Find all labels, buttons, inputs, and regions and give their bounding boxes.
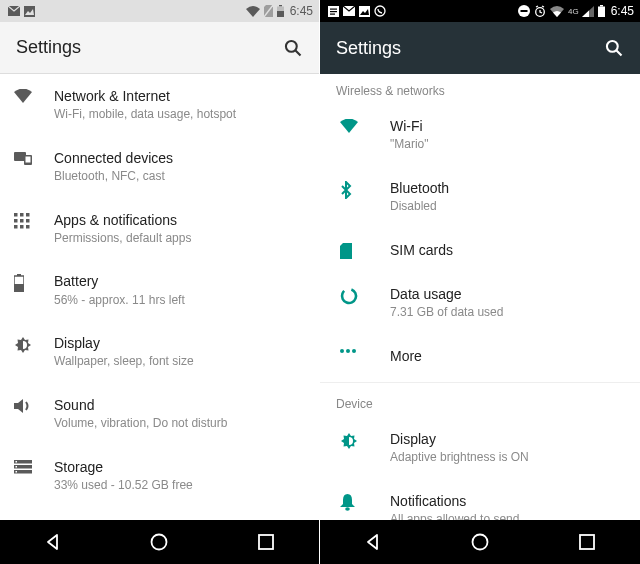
dnd-icon (518, 5, 530, 17)
data-usage-icon (334, 285, 390, 305)
svg-point-30 (152, 535, 167, 550)
svg-point-49 (352, 349, 356, 353)
appbar-title: Settings (16, 37, 283, 58)
nav-home-button[interactable] (148, 531, 170, 553)
signal-icon: 4G (568, 7, 579, 16)
svg-rect-3 (279, 5, 282, 7)
brightness-icon (334, 430, 390, 450)
row-label: Data usage (390, 285, 624, 303)
svg-point-6 (286, 40, 297, 51)
svg-rect-28 (16, 471, 18, 473)
more-icon (334, 347, 390, 353)
svg-rect-18 (20, 225, 24, 229)
devices-icon (14, 149, 54, 165)
row-battery[interactable]: Battery56% - approx. 11 hrs left (0, 259, 319, 321)
nav-recent-button[interactable] (576, 531, 598, 553)
alarm-icon (534, 5, 546, 17)
svg-point-44 (607, 41, 618, 52)
row-sim[interactable]: SIM cards (320, 228, 640, 272)
settings-list: Network & InternetWi-Fi, mobile, data us… (0, 74, 319, 520)
storage-icon (14, 458, 54, 474)
row-display[interactable]: DisplayWallpaper, sleep, font size (0, 321, 319, 383)
section-device: Device (320, 387, 640, 417)
signal-bars-icon (582, 6, 594, 17)
row-sub: Disabled (390, 199, 624, 215)
svg-rect-15 (20, 219, 24, 223)
nav-recent-button[interactable] (255, 531, 277, 553)
row-more[interactable]: More (320, 334, 640, 378)
row-label: Apps & notifications (54, 211, 303, 229)
row-label: Display (54, 334, 303, 352)
svg-rect-26 (16, 461, 18, 463)
right-phone: 4G 6:45 Settings Wireless & networks Wi-… (320, 0, 640, 564)
bluetooth-icon (334, 179, 390, 199)
row-security[interactable]: Security & screen lockLocation, fingerpr… (0, 506, 319, 520)
svg-point-51 (472, 535, 487, 550)
row-wifi[interactable]: Wi-Fi"Mario" (320, 104, 640, 166)
svg-line-7 (296, 50, 301, 55)
no-sim-icon (264, 5, 273, 17)
row-sub: 33% used - 10.52 GB free (54, 478, 303, 494)
svg-rect-12 (20, 213, 24, 217)
row-connected-devices[interactable]: Connected devicesBluetooth, NFC, cast (0, 136, 319, 198)
nav-home-button[interactable] (469, 531, 491, 553)
svg-point-48 (346, 349, 350, 353)
nav-bar (320, 520, 640, 564)
row-sub: 56% - approx. 11 hrs left (54, 293, 303, 309)
image-icon (359, 6, 370, 17)
row-label: Battery (54, 272, 303, 290)
gmail-icon (343, 6, 355, 16)
svg-rect-10 (26, 156, 31, 162)
row-network[interactable]: Network & InternetWi-Fi, mobile, data us… (0, 74, 319, 136)
bell-icon (334, 492, 390, 511)
wifi-icon (14, 87, 54, 103)
svg-rect-5 (277, 11, 284, 17)
nav-back-button[interactable] (362, 531, 384, 553)
nav-back-button[interactable] (42, 531, 64, 553)
appbar-title: Settings (336, 38, 604, 59)
row-label: Storage (54, 458, 303, 476)
row-notifications[interactable]: NotificationsAll apps allowed to send (320, 479, 640, 521)
row-sub: All apps allowed to send (390, 512, 624, 520)
svg-rect-22 (14, 284, 24, 292)
svg-rect-19 (26, 225, 30, 229)
svg-rect-33 (330, 8, 337, 9)
notif-icon (328, 6, 339, 17)
wifi-icon (334, 117, 390, 133)
row-label: More (390, 347, 624, 365)
wifi-icon (246, 6, 260, 17)
row-sub: Wi-Fi, mobile, data usage, hotspot (54, 107, 303, 123)
row-label: Sound (54, 396, 303, 414)
search-icon[interactable] (604, 38, 624, 58)
image-icon (24, 6, 35, 17)
appbar: Settings (320, 22, 640, 74)
row-apps[interactable]: Apps & notificationsPermissions, default… (0, 198, 319, 260)
svg-rect-13 (26, 213, 30, 217)
row-sub: "Mario" (390, 137, 624, 153)
search-icon[interactable] (283, 38, 303, 58)
row-label: Notifications (390, 492, 624, 510)
svg-rect-43 (598, 7, 605, 18)
row-display[interactable]: DisplayAdaptive brightness is ON (320, 417, 640, 479)
row-data-usage[interactable]: Data usage7.31 GB of data used (320, 272, 640, 334)
svg-point-46 (340, 287, 358, 305)
svg-rect-34 (330, 11, 337, 12)
row-storage[interactable]: Storage33% used - 10.52 GB free (0, 445, 319, 507)
svg-point-50 (345, 507, 350, 511)
svg-rect-16 (26, 219, 30, 223)
settings-list: Wireless & networks Wi-Fi"Mario" Bluetoo… (320, 74, 640, 520)
nav-bar (0, 520, 319, 564)
svg-rect-17 (14, 225, 18, 229)
gmail-icon (8, 6, 20, 16)
sim-icon (334, 241, 390, 259)
whatsapp-icon (374, 5, 386, 17)
svg-point-38 (375, 6, 385, 16)
row-sound[interactable]: SoundVolume, vibration, Do not disturb (0, 383, 319, 445)
svg-rect-52 (580, 535, 594, 549)
row-bluetooth[interactable]: BluetoothDisabled (320, 166, 640, 228)
svg-rect-11 (14, 213, 18, 217)
section-wireless: Wireless & networks (320, 74, 640, 104)
svg-rect-14 (14, 219, 18, 223)
apps-icon (14, 211, 54, 229)
svg-rect-31 (259, 535, 273, 549)
